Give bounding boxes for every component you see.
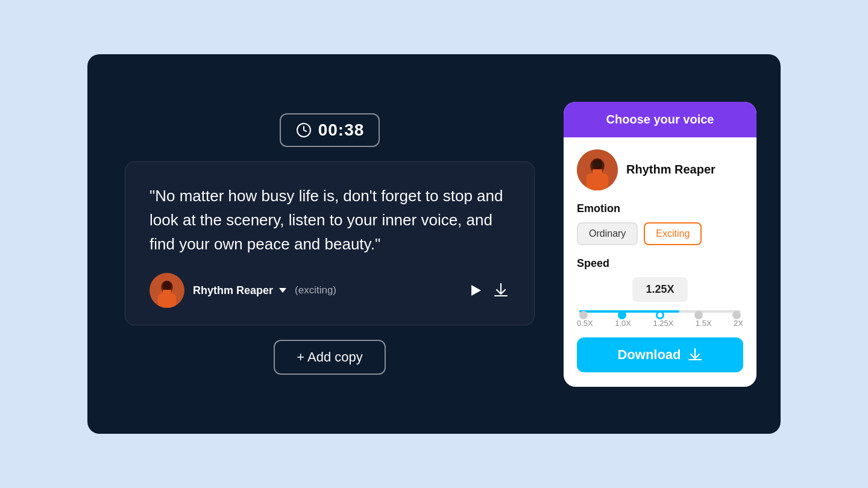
speed-badge: 1.25X [632,277,687,302]
slider-dots [579,314,741,322]
emotion-label: Emotion [577,202,743,215]
emotion-exciting-button[interactable]: Exciting [644,222,702,245]
choose-voice-title: Choose your voice [606,113,714,126]
slider-dot-1-0 [618,311,626,319]
speed-display: 1.25X [577,277,743,302]
download-small-icon [492,281,510,299]
slider-dot-0-5 [579,311,588,319]
voice-avatar-large [577,149,618,190]
svg-rect-13 [593,169,602,174]
voice-profile-name: Rhythm Reaper [626,163,715,177]
voice-row: Rhythm Reaper (exciting) [149,273,510,308]
slider-dot-1-5 [694,311,703,319]
emotion-exciting-label: Exciting [656,228,690,239]
quote-card: "No matter how busy life is, don't forge… [125,161,535,326]
slider-fill [579,310,679,313]
voice-profile: Rhythm Reaper [577,149,743,190]
emotion-ordinary-button[interactable]: Ordinary [577,222,638,245]
emotion-ordinary-label: Ordinary [589,228,626,239]
svg-rect-6 [163,290,171,293]
voice-name-row: Rhythm Reaper [193,284,286,297]
svg-rect-10 [587,174,608,190]
slider-track [579,310,741,313]
svg-point-5 [163,281,171,290]
slider-dot-2 [732,311,741,319]
add-copy-label: + Add copy [297,349,362,365]
chevron-down-icon[interactable] [279,288,286,293]
download-label: Download [617,347,681,363]
timer-badge: 00:38 [280,113,380,147]
clock-icon [295,122,312,139]
speed-label: Speed [577,257,743,270]
voice-avatar-small [149,273,184,308]
svg-rect-14 [591,163,603,166]
download-small-button[interactable] [492,281,510,299]
quote-text: "No matter how busy life is, don't forge… [149,184,510,257]
choose-voice-header: Choose your voice [564,102,756,137]
emotion-row: Ordinary Exciting [577,222,743,245]
svg-rect-3 [158,293,176,308]
voice-body: Rhythm Reaper Emotion Ordinary Exciting … [564,137,756,387]
svg-marker-7 [471,285,481,296]
play-icon [467,282,483,299]
right-panel: Choose your voice Rhythm Reaper [564,102,756,387]
add-copy-button[interactable]: + Add copy [274,340,385,375]
download-icon [687,347,703,363]
play-button[interactable] [467,282,483,299]
voice-name-label: Rhythm Reaper [193,284,273,297]
voice-emotion: (exciting) [295,284,336,296]
main-card: 00:38 "No matter how busy life is, don't… [87,54,781,434]
speed-section: Speed 1.25X [577,257,743,328]
left-panel: 00:38 "No matter how busy life is, don't… [118,113,542,375]
timer-display: 00:38 [318,120,365,140]
download-button[interactable]: Download [577,337,743,372]
slider-dot-1-25 [656,311,664,319]
speed-slider[interactable] [577,310,743,313]
